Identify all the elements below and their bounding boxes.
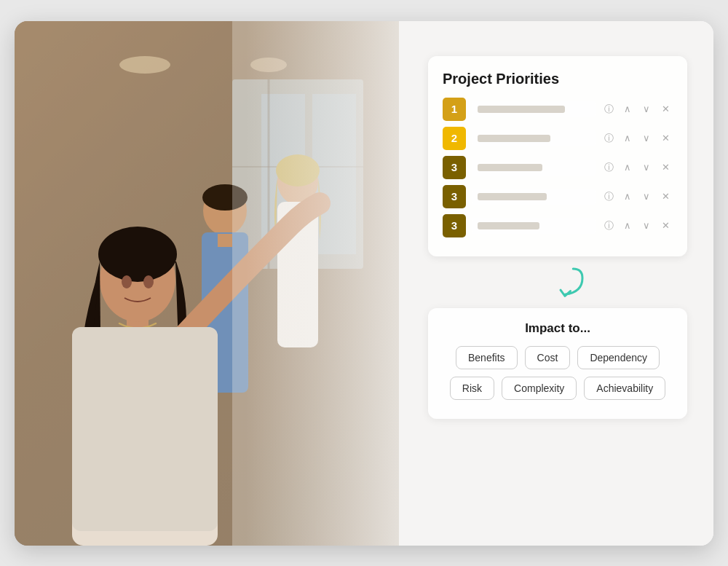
impact-tags-row-2: Risk Complexity Achievability — [440, 377, 676, 400]
close-icon-4[interactable]: ✕ — [658, 189, 673, 204]
priority-row-3: 3 ⓘ ∧ ∨ ✕ — [443, 156, 673, 179]
close-icon-5[interactable]: ✕ — [658, 219, 673, 233]
priority-row-4: 3 ⓘ ∧ ∨ ✕ — [443, 185, 673, 208]
svg-point-21 — [143, 275, 154, 288]
photo-side — [15, 21, 399, 546]
row-actions-1: ⓘ ∧ ∨ ✕ — [601, 102, 673, 117]
svg-point-19 — [98, 227, 177, 282]
down-icon-3[interactable]: ∨ — [639, 160, 654, 175]
ui-side: Project Priorities 1 ⓘ ∧ ∨ ✕ 2 — [399, 21, 713, 546]
row-actions-3: ⓘ ∧ ∨ ✕ — [601, 160, 673, 175]
info-icon-3[interactable]: ⓘ — [601, 160, 616, 175]
tag-dependency[interactable]: Dependency — [577, 346, 660, 369]
tag-benefits[interactable]: Benefits — [456, 346, 518, 369]
priority-badge-1: 1 — [443, 98, 466, 121]
up-icon-3[interactable]: ∧ — [620, 160, 635, 175]
down-icon-2[interactable]: ∨ — [639, 131, 654, 146]
people-scene — [15, 21, 399, 546]
close-icon-3[interactable]: ✕ — [658, 160, 673, 175]
close-icon-1[interactable]: ✕ — [658, 102, 673, 117]
priority-bar-container-2 — [472, 130, 596, 146]
tag-complexity[interactable]: Complexity — [502, 377, 577, 400]
row-actions-2: ⓘ ∧ ∨ ✕ — [601, 131, 673, 146]
priority-row-1: 1 ⓘ ∧ ∨ ✕ — [443, 98, 673, 121]
up-icon-4[interactable]: ∧ — [620, 189, 635, 204]
priorities-card: Project Priorities 1 ⓘ ∧ ∨ ✕ 2 — [428, 56, 687, 256]
impact-card: Impact to... Benefits Cost Dependency Ri… — [428, 308, 687, 419]
svg-rect-15 — [218, 234, 232, 247]
tag-achievability[interactable]: Achievability — [584, 377, 665, 400]
svg-rect-22 — [72, 327, 218, 531]
row-actions-4: ⓘ ∧ ∨ ✕ — [601, 189, 673, 204]
info-icon-4[interactable]: ⓘ — [601, 189, 616, 204]
priority-badge-5: 3 — [443, 214, 466, 237]
up-icon-5[interactable]: ∧ — [620, 219, 635, 233]
priority-bar-3 — [478, 164, 542, 171]
svg-rect-23 — [232, 21, 399, 546]
curved-arrow-icon — [543, 264, 587, 304]
svg-point-20 — [122, 275, 132, 288]
priority-row-2: 2 ⓘ ∧ ∨ ✕ — [443, 127, 673, 150]
up-icon-1[interactable]: ∧ — [620, 102, 635, 117]
priority-badge-4: 3 — [443, 185, 466, 208]
down-icon-4[interactable]: ∨ — [639, 189, 654, 204]
arrow-container — [428, 256, 687, 308]
up-icon-2[interactable]: ∧ — [620, 131, 635, 146]
priority-bar-5 — [478, 222, 539, 229]
info-icon-5[interactable]: ⓘ — [601, 219, 616, 233]
priority-badge-3: 3 — [443, 156, 466, 179]
impact-title: Impact to... — [440, 321, 676, 336]
row-actions-5: ⓘ ∧ ∨ ✕ — [601, 219, 673, 233]
main-card: Project Priorities 1 ⓘ ∧ ∨ ✕ 2 — [15, 21, 713, 546]
priority-row-5: 3 ⓘ ∧ ∨ ✕ — [443, 214, 673, 237]
priority-bar-container-4 — [472, 189, 596, 205]
priority-bar-container-3 — [472, 160, 596, 176]
down-icon-5[interactable]: ∨ — [639, 219, 654, 233]
priority-bar-container-1 — [472, 101, 596, 117]
down-icon-1[interactable]: ∨ — [639, 102, 654, 117]
priority-badge-2: 2 — [443, 127, 466, 150]
priority-bar-2 — [478, 135, 550, 142]
priorities-title: Project Priorities — [443, 71, 673, 87]
info-icon-1[interactable]: ⓘ — [601, 102, 616, 117]
priority-bar-1 — [478, 106, 565, 113]
impact-tags-row-1: Benefits Cost Dependency — [440, 346, 676, 369]
priority-bar-4 — [478, 193, 547, 200]
close-icon-2[interactable]: ✕ — [658, 131, 673, 146]
tag-cost[interactable]: Cost — [525, 346, 571, 369]
tag-risk[interactable]: Risk — [450, 377, 494, 400]
info-icon-2[interactable]: ⓘ — [601, 131, 616, 146]
priority-bar-container-5 — [472, 218, 596, 234]
